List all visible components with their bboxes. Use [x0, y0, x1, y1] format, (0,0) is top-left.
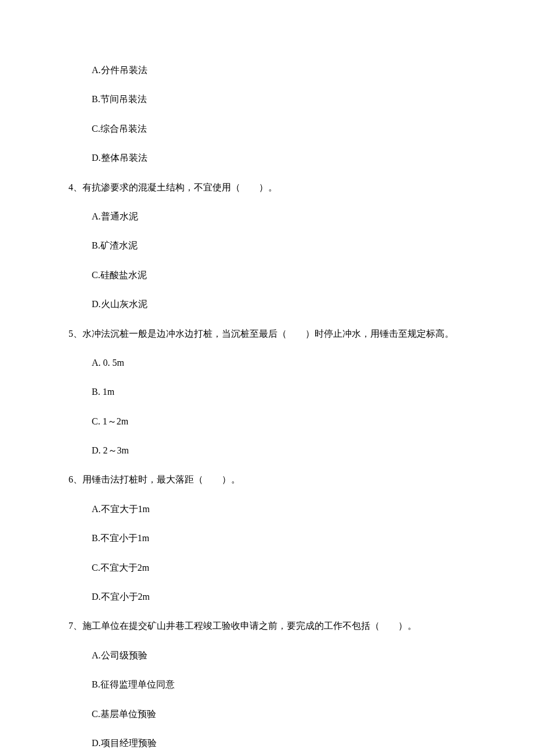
- q5-option-d: D. 2～3m: [92, 444, 466, 457]
- q4-option-d: D.火山灰水泥: [92, 298, 466, 311]
- q4-option-c: C.硅酸盐水泥: [92, 269, 466, 282]
- q5-option-c: C. 1～2m: [92, 415, 466, 428]
- q3-option-b: B.节间吊装法: [92, 93, 466, 106]
- q7-option-d: D.项目经理预验: [92, 737, 466, 750]
- q7-option-a: A.公司级预验: [92, 649, 466, 662]
- q6-option-a: A.不宜大于1m: [92, 503, 466, 516]
- q3-option-c: C.综合吊装法: [92, 123, 466, 135]
- q4-text: 4、有抗渗要求的混凝土结构，不宜使用（ ）。: [68, 181, 466, 194]
- q4-option-a: A.普通水泥: [92, 210, 466, 223]
- q4-option-b: B.矿渣水泥: [92, 239, 466, 252]
- q6-option-b: B.不宜小于1m: [92, 532, 466, 545]
- q5-option-a: A. 0. 5m: [92, 357, 466, 369]
- page-content: A.分件吊装法 B.节间吊装法 C.综合吊装法 D.整体吊装法 4、有抗渗要求的…: [0, 0, 534, 756]
- q6-option-c: C.不宜大于2m: [92, 561, 466, 574]
- q7-option-b: B.征得监理单位同意: [92, 678, 466, 691]
- q6-text: 6、用锤击法打桩时，最大落距（ ）。: [68, 473, 466, 486]
- q7-option-c: C.基层单位预验: [92, 708, 466, 721]
- q5-option-b: B. 1m: [92, 386, 466, 398]
- q7-text: 7、施工单位在提交矿山井巷工程竣工验收申请之前，要完成的工作不包括（ ）。: [68, 620, 466, 632]
- q3-option-a: A.分件吊装法: [92, 64, 466, 77]
- q5-text: 5、水冲法沉桩一般是边冲水边打桩，当沉桩至最后（ ）时停止冲水，用锤击至规定标高…: [68, 327, 466, 340]
- q3-option-d: D.整体吊装法: [92, 152, 466, 164]
- q6-option-d: D.不宜小于2m: [92, 591, 466, 603]
